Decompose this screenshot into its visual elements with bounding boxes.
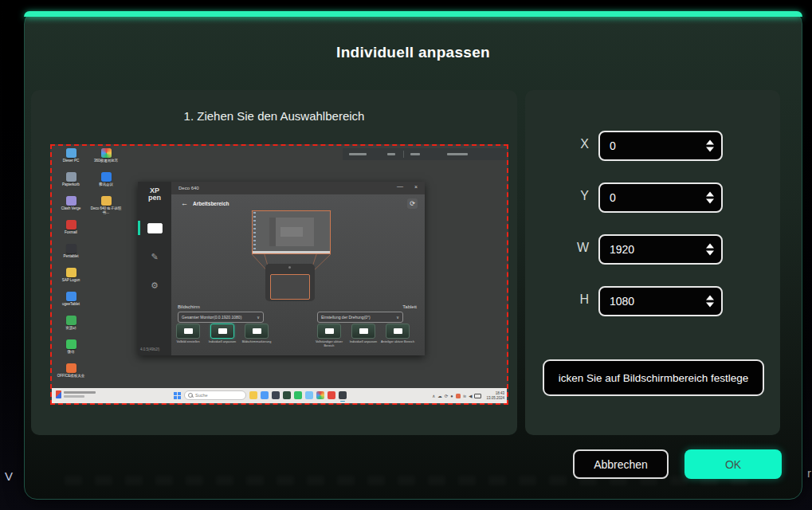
w-value: 1920 xyxy=(610,243,634,256)
screen-mode-button-label: Vollbild einstellen xyxy=(171,340,206,344)
minimize-icon: — xyxy=(397,182,403,190)
chevron-down-icon: ∨ xyxy=(257,312,260,322)
toolbar-text-blur xyxy=(410,153,420,155)
desktop-icon-glyph xyxy=(66,148,76,158)
screen-glyph xyxy=(184,328,193,334)
y-input[interactable]: 0 xyxy=(598,182,723,213)
ok-button[interactable]: OK xyxy=(685,449,782,479)
tray-app-icon xyxy=(456,394,461,398)
screen-glyph xyxy=(253,328,261,334)
desktop-icon-glyph xyxy=(66,363,76,373)
stepper-up-icon[interactable] xyxy=(706,140,714,145)
tablet-active-area xyxy=(270,274,310,300)
mini-taskbar xyxy=(253,251,330,253)
driver-nav: ✎ ⚙ xyxy=(138,214,171,300)
stepper-down-icon[interactable] xyxy=(706,147,714,152)
desktop-icon-label: ugeeTablet xyxy=(55,302,87,306)
desktop-icon-label: OFFICE模板大全 xyxy=(55,374,87,378)
search-label: Suche xyxy=(195,393,208,398)
step-instruction: 1. Ziehen Sie den Auswahlbereich xyxy=(31,109,517,123)
stepper-arrows[interactable] xyxy=(706,192,714,204)
dialog-title: Individuell anpassen xyxy=(25,44,802,61)
screen-section-label: Bildschirm xyxy=(178,304,200,309)
stepper-down-icon[interactable] xyxy=(706,251,714,256)
stepper-up-icon[interactable] xyxy=(706,244,714,249)
stepper-up-icon[interactable] xyxy=(706,296,714,300)
h-field-label: H xyxy=(525,292,589,307)
toolbar-text-blur xyxy=(387,153,395,155)
desktop-organizer-toolbar xyxy=(343,148,507,160)
toolbar-divider xyxy=(403,151,404,158)
desktop-icon-label: 腾讯会议 xyxy=(90,182,122,186)
h-input[interactable]: 1080 xyxy=(598,286,723,316)
taskbar-app-icon xyxy=(283,391,291,399)
stepper-down-icon[interactable] xyxy=(706,303,714,308)
desktop-icon-label: Papierkorb xyxy=(55,182,87,186)
cancel-button[interactable]: Abbrechen xyxy=(573,449,669,479)
workspace-title: Arbeitsbereich xyxy=(193,201,229,206)
x-value: 0 xyxy=(610,139,616,152)
gear-icon: ⚙ xyxy=(138,271,171,300)
desktop-icon: OFFICE模板大全 xyxy=(55,363,87,378)
close-icon: × xyxy=(414,184,418,190)
tablet-mode-button xyxy=(386,324,410,339)
stepper-up-icon[interactable] xyxy=(706,192,714,197)
tablet-indicator-dot xyxy=(288,266,291,269)
stepper-down-icon[interactable] xyxy=(706,199,714,204)
desktop-icon-glyph xyxy=(66,220,76,230)
coordinate-row: W1920 xyxy=(525,234,780,265)
w-field-label: W xyxy=(525,241,589,255)
windows-start-icon xyxy=(174,392,181,399)
desktop-icon: Pentablet xyxy=(55,244,87,258)
pen-icon: ✎ xyxy=(138,242,171,271)
sync-icon: ⟳ xyxy=(445,394,449,398)
desktop-icon-glyph xyxy=(101,196,112,206)
driver-window-title: Deco 640 xyxy=(178,186,199,190)
desktop-icon: SAP Logon xyxy=(55,268,87,282)
stepper-arrows[interactable] xyxy=(706,296,714,308)
rotation-dropdown: Einstellung der Drehung(0°) ∨ xyxy=(317,312,403,323)
tablet-mode-button-label: Vollständiger aktiver Bereich xyxy=(312,340,347,347)
desktop-icon: Papierkorb xyxy=(55,172,87,186)
desktop-icon: Foxmail xyxy=(55,220,87,234)
volume-icon: ◀ xyxy=(469,394,472,398)
coordinate-row: H1080 xyxy=(525,286,780,316)
dialog-top-accent xyxy=(24,11,802,17)
background-text-fragment-left: V xyxy=(5,469,13,483)
screen-mode-button xyxy=(245,324,269,339)
xppen-driver-window: XP pen ✎ ⚙ 4.0.5(49b2f) Deco 640 — xyxy=(138,182,425,355)
taskbar-app-icon xyxy=(261,391,269,399)
toolbar-icons-blur xyxy=(447,153,468,155)
set-screen-area-button[interactable]: icken Sie auf Bildschirmbereich festlege xyxy=(543,359,764,396)
desktop-icon: 微信 xyxy=(55,339,87,354)
background-text-fragment-right: r xyxy=(807,466,811,480)
desktop-icon: 资源站 xyxy=(55,316,87,330)
tablet-workspace-icon xyxy=(138,214,171,242)
monitor-mapping-preview xyxy=(252,210,331,254)
desktop-icon-label: Clash Verge xyxy=(55,206,87,210)
tablet-mode-button xyxy=(317,324,341,339)
tablet-mode-button-label: Individuell anpassen xyxy=(346,340,381,344)
toolbar-text-blur xyxy=(349,153,367,155)
x-input[interactable]: 0 xyxy=(598,131,723,161)
customize-dialog: Individuell anpassen 1. Ziehen Sie den A… xyxy=(24,11,802,500)
screen-glyph xyxy=(218,328,227,334)
desktop-icon-label: SAP Logon xyxy=(55,278,87,282)
selection-preview-panel: 1. Ziehen Sie den Auswahlbereich Dieser … xyxy=(31,90,517,435)
coordinate-row: Y0 xyxy=(525,182,780,213)
tray-dot-icon: ● xyxy=(450,394,453,398)
mini-driver-window xyxy=(269,218,314,246)
taskbar-center: Suche xyxy=(174,390,347,400)
stepper-arrows[interactable] xyxy=(706,140,714,152)
driver-version: 4.0.5(49b2f) xyxy=(140,347,159,351)
screen-selection-area[interactable]: Dieser PC360极速浏览器Papierkorb腾讯会议Clash Ver… xyxy=(50,144,508,405)
taskbar-app-icon xyxy=(249,391,257,399)
y-field-label: Y xyxy=(525,189,589,203)
cloud-icon: ☁ xyxy=(437,394,442,398)
refresh-icon: ⟳ xyxy=(407,198,418,209)
y-value: 0 xyxy=(610,191,616,204)
w-input[interactable]: 1920 xyxy=(598,234,723,265)
stepper-arrows[interactable] xyxy=(706,244,714,256)
x-field-label: X xyxy=(525,137,589,151)
back-arrow-icon: ← xyxy=(181,199,188,207)
